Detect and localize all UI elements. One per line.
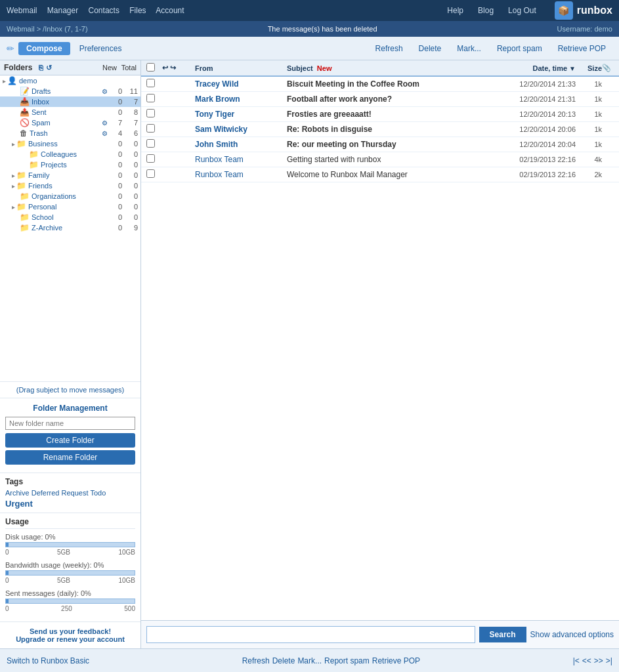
sidebar-item-projects[interactable]: 📁Projects00 (0, 159, 140, 170)
mark-button[interactable]: Mark... (450, 42, 488, 55)
sidebar-item-friends[interactable]: ▸📁Friends00 (0, 180, 140, 191)
refresh-button[interactable]: Refresh (369, 42, 410, 55)
select-all-checkbox[interactable] (146, 63, 155, 72)
usage-label-1: Bandwidth usage (weekly): 0% (5, 561, 135, 569)
table-row[interactable]: Sam Witwicky Re: Robots in disguise 12/2… (141, 122, 619, 137)
msg-checkbox-3[interactable] (146, 109, 155, 117)
sidebar-item-trash[interactable]: 🗑Trash⚙46 (0, 128, 140, 138)
nav-last[interactable]: >| (606, 656, 612, 665)
table-row[interactable]: John Smith Re: our meeting on Thursday 1… (141, 137, 619, 152)
folder-icon-business: 📁 (16, 139, 26, 148)
folder-settings-icon[interactable]: ⚙ (102, 119, 108, 127)
folder-icon-colleagues: 📁 (29, 150, 39, 159)
folder-name-demo: demo (19, 77, 108, 85)
compose-button[interactable]: Compose (18, 42, 70, 55)
msg-checkbox-7[interactable] (146, 169, 155, 178)
msg-checkbox-1[interactable] (146, 79, 155, 87)
sidebar-item-school[interactable]: 📁School00 (0, 212, 140, 222)
show-advanced-options[interactable]: Show advanced options (530, 630, 614, 639)
search-input[interactable] (146, 626, 475, 643)
folder-name-personal: Personal (28, 203, 108, 211)
sidebar-item-z-archive[interactable]: 📁Z-Archive09 (0, 222, 140, 233)
folder-icon-family: 📁 (16, 171, 26, 180)
folder-sync-icon[interactable]: ↺ (46, 64, 52, 72)
bottom-delete[interactable]: Delete (272, 656, 295, 665)
date-col-header[interactable]: Date, time ▼ (484, 64, 576, 72)
sidebar-item-organizations[interactable]: 📁Organizations00 (0, 191, 140, 201)
subject-col-header[interactable]: Subject New (287, 64, 484, 72)
folder-total-organizations: 0 (123, 192, 138, 200)
folder-new-z-archive: 0 (108, 224, 122, 232)
switch-to-basic[interactable]: Switch to Runbox Basic (7, 656, 89, 665)
nav-webmail[interactable]: Webmail (7, 6, 37, 15)
tag-todo[interactable]: Todo (90, 489, 106, 497)
msg-date-6: 02/19/2013 22:16 (484, 156, 576, 163)
tags-section: Tags Archive Deferred Request Todo Urgen… (0, 473, 140, 513)
nav-prev-prev[interactable]: << (582, 656, 591, 665)
delete-button[interactable]: Delete (412, 42, 448, 55)
msg-checkbox-4[interactable] (146, 124, 155, 133)
expand-icon[interactable]: ▸ (12, 182, 15, 190)
tag-deferred[interactable]: Deferred (32, 489, 60, 497)
msg-checkbox-6[interactable] (146, 154, 155, 163)
report-spam-button[interactable]: Report spam (490, 42, 549, 55)
msg-from-5: John Smith (195, 140, 287, 149)
nav-manager[interactable]: Manager (47, 6, 78, 15)
sidebar-item-sent[interactable]: 📤Sent08 (0, 107, 140, 117)
sidebar-item-inbox[interactable]: 📥Inbox07 (0, 96, 140, 107)
sidebar-item-drafts[interactable]: 📝Drafts⚙011 (0, 86, 140, 96)
table-row[interactable]: Runbox Team Getting started with runbox … (141, 152, 619, 167)
nav-help[interactable]: Help (447, 6, 463, 15)
folder-new-inbox: 0 (108, 98, 122, 106)
sidebar-item-business[interactable]: ▸📁Business00 (0, 138, 140, 149)
expand-icon[interactable]: ▸ (12, 172, 15, 179)
bottom-retrieve-pop[interactable]: Retrieve POP (372, 656, 420, 665)
folder-name-inbox: Inbox (32, 98, 108, 106)
nav-blog[interactable]: Blog (478, 6, 494, 15)
folder-new-friends: 0 (108, 182, 122, 190)
nav-files[interactable]: Files (129, 6, 146, 15)
bottom-refresh[interactable]: Refresh (242, 656, 270, 665)
preferences-button[interactable]: Preferences (73, 42, 129, 55)
nav-next[interactable]: >> (594, 656, 603, 665)
sidebar-item-personal[interactable]: ▸📁Personal00 (0, 201, 140, 212)
create-folder-button[interactable]: Create Folder (5, 433, 135, 448)
compose-icon: ✏ (7, 43, 14, 54)
size-col-header[interactable]: Size (576, 64, 602, 72)
new-folder-input[interactable] (5, 417, 135, 430)
search-button[interactable]: Search (479, 627, 526, 642)
bottom-mark[interactable]: Mark... (297, 656, 322, 665)
msg-checkbox-2[interactable] (146, 94, 155, 102)
nav-first[interactable]: |< (573, 656, 580, 665)
tag-urgent[interactable]: Urgent (5, 499, 33, 509)
usage-bar-fill-1 (6, 571, 9, 575)
msg-checkbox-5[interactable] (146, 139, 155, 148)
tag-request[interactable]: Request (61, 489, 88, 497)
sidebar-item-colleagues[interactable]: 📁Colleagues00 (0, 149, 140, 159)
expand-icon[interactable]: ▸ (12, 203, 15, 211)
breadcrumb-bar: Webmail > /Inbox (7, 1-7) The message(s)… (0, 21, 619, 37)
col-new-label: New (98, 64, 117, 72)
table-row[interactable]: Mark Brown Football after work anyone? 1… (141, 92, 619, 107)
table-row[interactable]: Tracey Wild Biscuit Meeting in the Coffe… (141, 77, 619, 92)
expand-icon[interactable]: ▸ (3, 77, 6, 85)
nav-logout[interactable]: Log Out (508, 6, 536, 15)
nav-contacts[interactable]: Contacts (89, 6, 119, 15)
bottom-report-spam[interactable]: Report spam (324, 656, 370, 665)
retrieve-pop-button[interactable]: Retrieve POP (551, 42, 612, 55)
rename-folder-button[interactable]: Rename Folder (5, 450, 135, 465)
folder-settings-icon[interactable]: ⚙ (102, 130, 108, 137)
tag-archive[interactable]: Archive (5, 489, 30, 497)
folder-new-drafts: 0 (108, 87, 122, 95)
nav-account[interactable]: Account (156, 6, 184, 15)
table-row[interactable]: Tony Tiger Frosties are greeaaatt! 12/20… (141, 107, 619, 122)
folder-copy-icon[interactable]: ⎘ (39, 64, 43, 72)
table-row[interactable]: Runbox Team Welcome to Runbox Mail Manag… (141, 167, 619, 182)
sidebar-item-family[interactable]: ▸📁Family00 (0, 170, 140, 180)
msg-date-2: 12/20/2014 21:31 (484, 95, 576, 103)
from-col-header[interactable]: From (195, 64, 287, 72)
folder-settings-icon[interactable]: ⚙ (102, 88, 108, 95)
sidebar-item-spam[interactable]: 🚫Spam⚙77 (0, 117, 140, 128)
sidebar-item-demo[interactable]: ▸👤demo (0, 75, 140, 86)
expand-icon[interactable]: ▸ (12, 140, 15, 148)
